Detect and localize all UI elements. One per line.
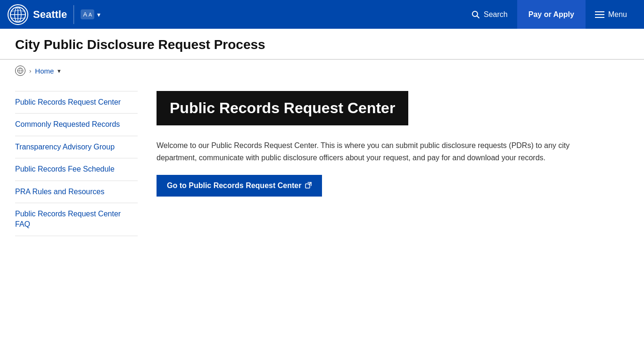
translate-icon: AA	[81, 9, 94, 19]
main-content: Public Records Request Center Commonly R…	[0, 82, 644, 246]
breadcrumb-dropdown-icon[interactable]: ▾	[58, 67, 61, 74]
external-link-icon	[305, 182, 312, 190]
sidebar-item-pra-rules-and-resources: PRA Rules and Resources	[15, 181, 138, 203]
menu-label: Menu	[608, 10, 627, 19]
menu-button[interactable]: Menu	[586, 0, 636, 29]
sidebar-link-commonly-requested-records[interactable]: Commonly Requested Records	[15, 120, 120, 128]
sidebar-item-commonly-requested-records: Commonly Requested Records	[15, 114, 138, 136]
site-header: Seattle AA ▾ Search Pay or Apply Menu	[0, 0, 644, 29]
sidebar: Public Records Request Center Commonly R…	[15, 91, 138, 236]
translate-button[interactable]: AA ▾	[81, 9, 100, 19]
cta-button[interactable]: Go to Public Records Request Center	[157, 175, 322, 197]
sidebar-link-public-records-fee-schedule[interactable]: Public Records Fee Schedule	[15, 165, 115, 173]
sidebar-item-public-records-request-center: Public Records Request Center	[15, 91, 138, 114]
breadcrumb-chevron: ›	[29, 67, 31, 74]
header-divider	[74, 5, 74, 24]
sidebar-item-public-records-fee-schedule: Public Records Fee Schedule	[15, 158, 138, 181]
page-title-bar: City Public Disclosure Request Process	[0, 29, 644, 60]
breadcrumb: › Home ▾	[0, 60, 644, 82]
svg-line-5	[477, 16, 479, 18]
content-area: Public Records Request Center Welcome to…	[157, 91, 581, 236]
sidebar-item-transparency-advisory-group: Transparency Advisory Group	[15, 136, 138, 158]
sidebar-nav: Public Records Request Center Commonly R…	[15, 91, 138, 236]
breadcrumb-home-link[interactable]: Home	[35, 67, 54, 75]
pay-or-apply-button[interactable]: Pay or Apply	[517, 0, 586, 29]
sidebar-link-pra-rules-and-resources[interactable]: PRA Rules and Resources	[15, 188, 104, 196]
city-name: Seattle	[33, 8, 67, 21]
cta-button-label: Go to Public Records Request Center	[167, 181, 301, 190]
sidebar-link-public-records-request-center-faq[interactable]: Public Records Request Center FAQ	[15, 210, 121, 228]
search-label: Search	[484, 10, 508, 19]
menu-icon	[595, 11, 604, 18]
chevron-down-icon: ▾	[97, 11, 100, 18]
search-button[interactable]: Search	[462, 0, 517, 29]
sidebar-item-public-records-request-center-faq: Public Records Request Center FAQ	[15, 203, 138, 236]
sidebar-link-public-records-request-center[interactable]: Public Records Request Center	[15, 98, 121, 106]
sidebar-link-transparency-advisory-group[interactable]: Transparency Advisory Group	[15, 143, 115, 151]
logo-icon	[8, 4, 28, 25]
site-logo-link[interactable]: Seattle	[8, 4, 67, 25]
breadcrumb-home-icon	[15, 66, 25, 76]
content-banner: Public Records Request Center	[157, 91, 408, 125]
content-description: Welcome to our Public Records Request Ce…	[157, 140, 581, 164]
content-banner-title: Public Records Request Center	[170, 99, 395, 117]
page-title: City Public Disclosure Request Process	[15, 37, 629, 52]
search-icon	[471, 10, 480, 19]
